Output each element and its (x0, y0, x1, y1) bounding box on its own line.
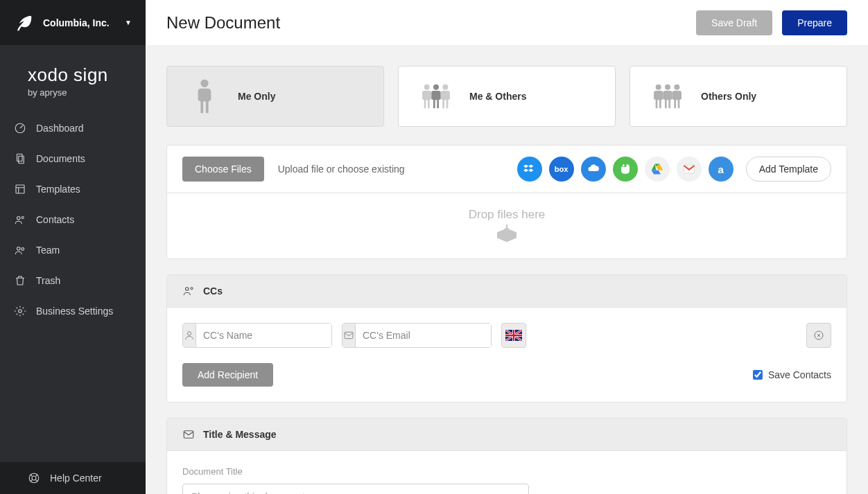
box-download-icon (495, 224, 519, 244)
signer-label: Others Only (701, 91, 756, 102)
svg-point-14 (442, 85, 448, 90)
brand-sub: by apryse (28, 87, 132, 98)
nav-team[interactable]: Team (0, 235, 146, 265)
nav-settings[interactable]: Business Settings (0, 296, 146, 326)
prepare-button[interactable]: Prepare (782, 10, 847, 35)
signer-me-only[interactable]: Me Only (166, 66, 384, 127)
svg-rect-3 (16, 185, 24, 193)
group-icon (651, 77, 684, 116)
gear-icon (14, 305, 26, 317)
cc-name-group (182, 323, 332, 348)
nav-label: Templates (36, 184, 80, 195)
svg-point-17 (674, 85, 679, 90)
help-label: Help Center (50, 473, 102, 484)
org-name: Columbia, Inc. (43, 17, 116, 28)
envelope-icon (182, 428, 195, 441)
close-circle-icon (813, 330, 824, 341)
drop-hint: Drop files here (469, 208, 546, 222)
ccs-header: CCs (167, 275, 847, 308)
files-panel: Choose Files Upload file or choose exist… (166, 145, 847, 259)
nav-label: Documents (36, 153, 85, 164)
svg-point-4 (17, 217, 21, 220)
svg-point-12 (424, 85, 430, 90)
integrations: box a Add Template (517, 157, 831, 182)
cc-name-input[interactable] (196, 324, 331, 347)
gmail-icon[interactable] (677, 157, 702, 182)
google-drive-icon[interactable] (645, 157, 670, 182)
file-drop-zone[interactable]: Drop files here (167, 193, 847, 258)
contacts-icon (14, 213, 26, 226)
dropbox-icon[interactable] (517, 157, 542, 182)
title-message-header: Title & Message (167, 418, 847, 451)
envelope-icon (342, 324, 356, 347)
nav-label: Trash (36, 275, 60, 286)
nav: Dashboard Documents Templates Contacts T… (0, 109, 146, 326)
brand: xodo sign by apryse (0, 45, 146, 109)
nav-dashboard[interactable]: Dashboard (0, 113, 146, 143)
contacts-icon (182, 285, 195, 297)
team-icon (14, 244, 26, 256)
add-recipient-button[interactable]: Add Recipient (182, 363, 273, 387)
content: Me Only Me & Others Others Only (146, 45, 868, 494)
svg-point-21 (187, 332, 191, 335)
save-draft-button[interactable]: Save Draft (696, 10, 772, 35)
box-icon[interactable]: box (549, 157, 574, 182)
language-button[interactable] (501, 323, 526, 348)
sidebar: Columbia, Inc. ▼ xodo sign by apryse Das… (0, 0, 146, 494)
remove-cc-button[interactable] (806, 323, 831, 348)
svg-point-20 (191, 288, 193, 290)
signer-label: Me & Others (469, 91, 526, 102)
help-center[interactable]: Help Center (0, 462, 146, 494)
cc-actions: Add Recipient Save Contacts (182, 363, 831, 387)
title-message-panel: Title & Message Document Title (166, 418, 847, 494)
evernote-icon[interactable] (613, 157, 638, 182)
nav-label: Contacts (36, 214, 74, 225)
svg-point-13 (433, 85, 439, 90)
templates-icon (14, 183, 26, 195)
gauge-icon (14, 122, 26, 134)
org-switcher[interactable]: Columbia, Inc. ▼ (0, 0, 146, 45)
svg-point-19 (186, 288, 189, 291)
svg-rect-27 (505, 335, 522, 336)
lifebuoy-icon (28, 472, 40, 484)
signer-others-only[interactable]: Others Only (630, 66, 847, 127)
group-icon (419, 77, 453, 116)
person-icon (183, 324, 196, 347)
signer-label: Me Only (238, 91, 275, 102)
onedrive-icon[interactable] (581, 157, 606, 182)
feather-icon (14, 12, 35, 33)
doc-title-label: Document Title (182, 466, 831, 477)
ccs-panel: CCs (166, 274, 847, 403)
svg-rect-29 (184, 431, 193, 439)
save-contacts-toggle[interactable]: Save Contacts (753, 369, 831, 380)
nav-trash[interactable]: Trash (0, 265, 146, 296)
svg-point-7 (21, 248, 24, 251)
amazon-icon[interactable]: a (709, 157, 734, 182)
svg-rect-22 (345, 332, 353, 338)
nav-documents[interactable]: Documents (0, 143, 146, 174)
nav-label: Team (36, 245, 60, 256)
documents-icon (14, 152, 26, 165)
chevron-down-icon: ▼ (125, 19, 132, 26)
svg-point-5 (21, 217, 24, 219)
add-template-button[interactable]: Add Template (746, 157, 831, 182)
cc-email-input[interactable] (356, 324, 491, 347)
signer-me-and-others[interactable]: Me & Others (398, 66, 616, 127)
save-contacts-checkbox[interactable] (753, 370, 763, 380)
choose-files-button[interactable]: Choose Files (182, 157, 264, 182)
doc-title-input[interactable] (182, 484, 529, 494)
ccs-title: CCs (203, 285, 223, 297)
person-icon (188, 77, 221, 116)
uk-flag-icon (505, 330, 522, 341)
nav-contacts[interactable]: Contacts (0, 204, 146, 235)
svg-point-10 (32, 476, 36, 480)
signer-options: Me Only Me & Others Others Only (166, 66, 847, 127)
main-header: New Document Save Draft Prepare (146, 0, 868, 45)
cc-row (182, 323, 831, 348)
nav-label: Dashboard (36, 123, 84, 134)
svg-point-15 (656, 85, 661, 90)
title-message-body: Document Title (167, 451, 847, 494)
main: New Document Save Draft Prepare Me Only … (146, 0, 868, 494)
svg-point-11 (200, 80, 208, 87)
nav-templates[interactable]: Templates (0, 174, 146, 204)
